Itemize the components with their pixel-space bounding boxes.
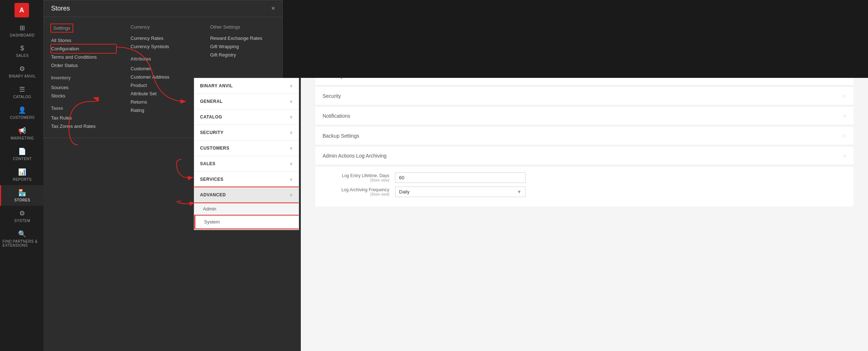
config-section-sales: SALES ∨: [194, 156, 299, 172]
sidebar-label-catalog: CATALOG: [13, 95, 32, 99]
config-section-header-sales[interactable]: SALES ∨: [194, 156, 299, 171]
stores-link-terms[interactable]: Terms and Conditions: [51, 53, 116, 61]
sidebar-item-marketing[interactable]: 📢 MARKETING: [0, 123, 43, 144]
sidebar-label-system: SYSTEM: [14, 219, 30, 223]
dashboard-icon: ⊞: [20, 24, 25, 32]
sidebar-item-system[interactable]: ⚙ SYSTEM: [0, 206, 43, 226]
config-section-binary-anvil: BINARY ANVIL ∨: [194, 78, 299, 94]
stores-link-reward-exchange[interactable]: Reward Exchange Rates: [210, 34, 275, 42]
stores-link-attr-product[interactable]: Product: [130, 81, 195, 89]
config-section-title-customers: CUSTOMERS: [200, 146, 229, 151]
catalog-icon: ☰: [19, 85, 25, 93]
sidebar-item-customers[interactable]: 👤 CUSTOMERS: [0, 103, 43, 123]
dark-overlay: [283, 0, 868, 78]
config-section-header-security[interactable]: SECURITY ∨: [194, 125, 299, 140]
config-advanced-subitems: Admin System Developer: [194, 202, 299, 230]
main-area: Stores × Settings All Stores Configurati…: [43, 0, 868, 351]
right-panel-form: Log Entry Lifetime, Days[Store view] Log…: [315, 167, 854, 206]
stores-link-attr-customer-address[interactable]: Customer Address: [130, 73, 195, 81]
stores-close-button[interactable]: ×: [271, 5, 275, 12]
sidebar-label-customers: CUSTOMERS: [10, 116, 34, 120]
expand-icon-notifications: ○: [843, 113, 846, 119]
right-panel-label-security: Security: [323, 93, 341, 99]
config-section-header-binary-anvil[interactable]: BINARY ANVIL ∨: [194, 78, 299, 93]
config-section-header-advanced[interactable]: ADVANCED ∧: [194, 187, 299, 202]
config-section-title-binary-anvil: BINARY ANVIL: [200, 83, 233, 88]
config-subitem-developer[interactable]: Developer: [194, 229, 299, 230]
right-panel-item-admin-log[interactable]: Admin Actions Log Archiving ○: [315, 147, 854, 165]
stores-link-returns[interactable]: Returns: [130, 98, 195, 106]
content-icon: 📄: [18, 147, 26, 155]
stores-link-gift-registry[interactable]: Gift Registry: [210, 51, 275, 59]
config-section-customers: CUSTOMERS ∨: [194, 141, 299, 156]
chevron-down-icon-services: ∨: [290, 177, 293, 182]
expand-icon-backup: ○: [843, 133, 846, 139]
sidebar: A ⊞ DASHBOARD $ SALES ⚙ BINARY ANVIL ☰ C…: [0, 0, 43, 351]
config-subitem-admin[interactable]: Admin: [194, 202, 299, 216]
chevron-down-icon-catalog: ∨: [290, 114, 293, 120]
sidebar-item-binary-anvil[interactable]: ⚙ BINARY ANVIL: [0, 61, 43, 82]
stores-inventory-title: Inventory: [51, 75, 116, 80]
right-panel-item-security[interactable]: Security ○: [315, 87, 854, 105]
reports-icon: 📊: [18, 168, 26, 176]
sidebar-item-reports[interactable]: 📊 REPORTS: [0, 164, 43, 185]
log-lifetime-input[interactable]: [395, 172, 526, 183]
right-panel-item-notifications[interactable]: Notifications ○: [315, 107, 854, 125]
system-icon: ⚙: [19, 209, 25, 217]
stores-attributes-title: Attributes: [130, 57, 195, 62]
chevron-down-icon-binary-anvil: ∨: [290, 83, 293, 88]
config-section-title-security: SECURITY: [200, 130, 224, 135]
form-label-log-frequency: Log Archiving Frequency[Store view]: [323, 187, 395, 196]
stores-link-attr-set[interactable]: Attribute Set: [130, 89, 195, 98]
config-section-header-catalog[interactable]: CATALOG ∨: [194, 109, 299, 125]
stores-link-sources[interactable]: Sources: [51, 83, 116, 92]
sidebar-item-dashboard[interactable]: ⊞ DASHBOARD: [0, 20, 43, 41]
sidebar-item-sales[interactable]: $ SALES: [0, 41, 43, 61]
stores-link-configuration[interactable]: Configuration: [51, 45, 116, 53]
stores-link-gift-wrapping[interactable]: Gift Wrapping: [210, 42, 275, 51]
find-partners-icon: 🔍: [18, 230, 26, 238]
sidebar-item-find-partners[interactable]: 🔍 FIND PARTNERS & EXTENSIONS: [0, 226, 43, 251]
stores-link-currency-symbols[interactable]: Currency Symbols: [130, 42, 195, 51]
stores-link-rating[interactable]: Rating: [130, 106, 195, 114]
stores-link-tax-zones[interactable]: Tax Zones and Rates: [51, 122, 116, 130]
stores-icon: 🏪: [18, 189, 26, 197]
right-panel-item-backup[interactable]: Backup Settings ○: [315, 127, 854, 145]
stores-link-stocks[interactable]: Stocks: [51, 92, 116, 100]
config-section-header-general[interactable]: GENERAL ∨: [194, 94, 299, 109]
config-subitem-system[interactable]: System: [194, 216, 299, 229]
config-section-header-services[interactable]: SERVICES ∨: [194, 172, 299, 187]
stores-other-title: Other Settings: [210, 24, 275, 30]
config-section-catalog: CATALOG ∨: [194, 109, 299, 125]
log-frequency-select[interactable]: Daily ▼: [395, 187, 526, 197]
stores-popup-header: Stores ×: [44, 0, 282, 17]
config-panel: BINARY ANVIL ∨ GENERAL ∨ CATALOG ∨ SECUR…: [194, 78, 299, 230]
stores-link-attr-customer[interactable]: Customer: [130, 64, 195, 73]
config-section-title-catalog: CATALOG: [200, 114, 222, 120]
config-section-general: GENERAL ∨: [194, 94, 299, 109]
stores-popup-title: Stores: [51, 5, 70, 12]
sidebar-item-stores[interactable]: 🏪 STORES: [0, 185, 43, 206]
form-label-log-lifetime: Log Entry Lifetime, Days[Store view]: [323, 173, 395, 182]
config-section-header-customers[interactable]: CUSTOMERS ∨: [194, 141, 299, 156]
right-panel-label-notifications: Notifications: [323, 113, 350, 119]
stores-settings-col: Settings All Stores Configuration Terms …: [44, 21, 123, 134]
right-panel-label-backup: Backup Settings: [323, 133, 359, 139]
sidebar-label-content: CONTENT: [13, 157, 32, 161]
config-section-title-services: SERVICES: [200, 177, 223, 182]
config-section-services: SERVICES ∨: [194, 172, 299, 187]
stores-link-order-status[interactable]: Order Status: [51, 61, 116, 70]
stores-link-tax-rules[interactable]: Tax Rules: [51, 114, 116, 122]
stores-link-currency-rates[interactable]: Currency Rates: [130, 34, 195, 42]
stores-link-all-stores[interactable]: All Stores: [51, 36, 116, 45]
sidebar-item-content[interactable]: 📄 CONTENT: [0, 144, 43, 164]
stores-currency-title: Currency: [130, 24, 195, 30]
logo: A: [14, 3, 29, 17]
binary-anvil-icon: ⚙: [19, 65, 25, 73]
chevron-down-icon-sales: ∨: [290, 161, 293, 166]
customers-icon: 👤: [18, 106, 26, 114]
sidebar-item-catalog[interactable]: ☰ CATALOG: [0, 82, 43, 103]
stores-taxes-title: Taxes: [51, 106, 116, 111]
chevron-down-icon-security: ∨: [290, 130, 293, 135]
chevron-up-icon-advanced: ∧: [290, 192, 293, 197]
